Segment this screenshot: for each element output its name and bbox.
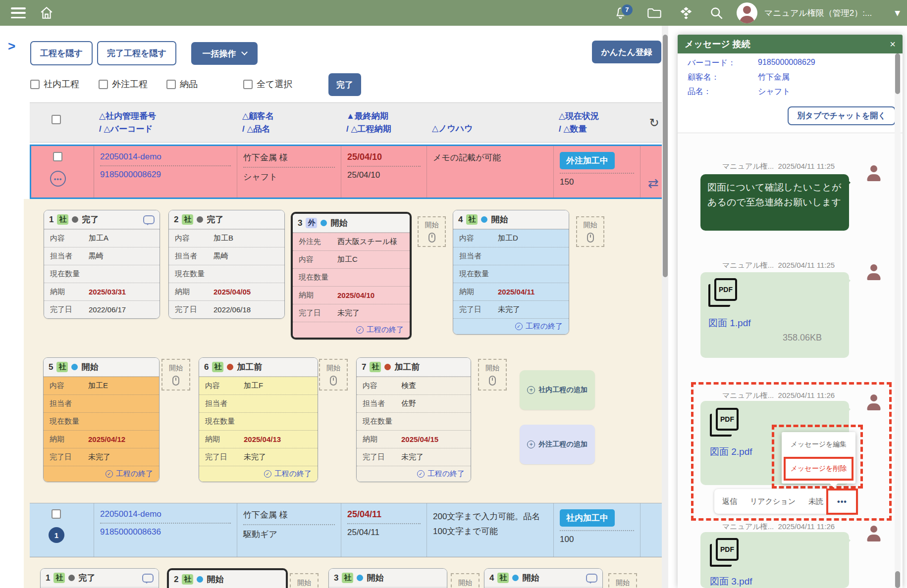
filter-external-checkbox[interactable] — [99, 80, 108, 89]
card-number: 5 — [49, 362, 53, 372]
process-card-b4[interactable]: 4社開始 — [484, 568, 603, 588]
field-value: 黒崎 — [213, 251, 228, 261]
process-card-7[interactable]: 7社加工前 内容検査 担当者佐野 現在数量 納期2025/04/15 完了日未完… — [356, 357, 471, 482]
end-process-link[interactable]: ✓工程の終了 — [357, 466, 471, 482]
open-chat-tab-button[interactable]: 別タブでチャットを開く — [788, 106, 896, 125]
select-all-checkbox[interactable] — [243, 80, 253, 89]
action-more-button[interactable]: ••• — [826, 489, 858, 515]
notification-count-badge[interactable]: 7 — [621, 3, 634, 16]
process-card-2[interactable]: 2社完了 内容加工B 担当者黒崎 現在数量 納期2025/04/05 完了日20… — [168, 210, 285, 319]
start-process-button[interactable]: 開始 — [576, 216, 604, 247]
panel-scrollbar[interactable] — [895, 53, 901, 588]
due-value: 2025/04/10 — [337, 291, 374, 299]
row2-checkbox[interactable] — [52, 509, 61, 519]
close-icon[interactable]: × — [890, 39, 896, 50]
process-card-6[interactable]: 6社加工前 内容加工F 担当者 現在数量 納期2025/04/13 完了日未完了… — [199, 357, 318, 482]
header-customer[interactable]: △顧客名/ △品名 — [237, 103, 341, 142]
barcode-value[interactable]: 9185000008629 — [758, 58, 815, 68]
card-type-badge: 社 — [370, 362, 381, 372]
row1-item: シャフト — [243, 171, 335, 183]
start-process-button[interactable]: 開始 — [418, 216, 446, 247]
field-label: 完了日 — [205, 452, 244, 462]
start-process-button[interactable]: 開始 — [608, 573, 637, 588]
card-chat-icon[interactable] — [143, 215, 155, 224]
refresh-icon[interactable]: ↻ — [649, 116, 659, 130]
start-process-button[interactable]: 開始 — [319, 359, 348, 391]
main-scrollbar[interactable] — [662, 26, 668, 588]
process-card-b2-selected[interactable]: 2社開始 — [167, 568, 288, 588]
menu-edit-message[interactable]: メッセージを編集 — [782, 432, 855, 457]
header-note[interactable]: △ノウハウ — [427, 103, 554, 142]
action-reaction[interactable]: リアクション — [750, 497, 796, 506]
filter-select-all[interactable]: 全て選択 — [243, 78, 292, 90]
process-card-5[interactable]: 5社開始 内容加工E 担当者 現在数量 納期2025/04/12 完了日未完了 … — [43, 357, 160, 482]
order-row-2[interactable]: 1 22050014-demo 9185000008636 竹下金属 様 駆動ギ… — [30, 503, 668, 557]
row1-id-link[interactable]: 22050014-demo — [100, 152, 231, 162]
bulk-action-button[interactable]: 一括操作 — [191, 42, 258, 65]
search-icon[interactable] — [709, 6, 724, 20]
header-id[interactable]: △社内管理番号/ △バーコード — [94, 103, 237, 142]
order-row-1[interactable]: ••• 22050014-demo 9185000008629 竹下金属 様 シ… — [30, 145, 668, 199]
hide-completed-button[interactable]: 完了工程を隠す — [97, 41, 176, 65]
process-card-3-selected[interactable]: 3外開始 外注先西大阪スチール様 内容加工C 現在数量 納期2025/04/10… — [291, 212, 412, 340]
easy-register-button[interactable]: かんたん登録 — [592, 41, 661, 63]
complete-button[interactable]: 完了 — [328, 73, 361, 96]
process-card-b3[interactable]: 3社開始 — [328, 568, 447, 588]
row2-barcode-link[interactable]: 9185000008636 — [100, 527, 231, 537]
hide-process-button[interactable]: 工程を隠す — [30, 41, 93, 65]
row2-id-link[interactable]: 22050014-demo — [100, 509, 231, 519]
process-card-1[interactable]: 1社完了 内容加工A 担当者黒崎 現在数量 納期2025/03/31 完了日20… — [44, 210, 160, 319]
row1-chat-icon[interactable]: ••• — [50, 171, 66, 187]
start-process-button[interactable]: 開始 — [451, 573, 480, 588]
home-icon[interactable] — [40, 6, 53, 20]
end-process-link[interactable]: ✓工程の終了 — [293, 322, 410, 338]
end-process-link[interactable]: ✓工程の終了 — [453, 318, 569, 334]
panel-scrollbar-thumb[interactable] — [895, 53, 900, 94]
file-link[interactable]: 図面 3.pdf — [710, 575, 752, 588]
menu-delete-message[interactable]: メッセージを削除 — [784, 457, 854, 481]
header-due[interactable]: ▲最終納期/ △工程納期 — [341, 103, 427, 142]
card-chat-icon[interactable] — [586, 574, 597, 583]
field-label: 現在数量 — [50, 417, 88, 426]
filter-internal[interactable]: 社内工程 — [30, 78, 79, 90]
start-process-button[interactable]: 開始 — [290, 573, 319, 588]
process-card-4[interactable]: 4社開始 内容加工D 担当者 現在数量 納期2025/04/11 完了日未完了 … — [453, 210, 569, 335]
filter-delivery[interactable]: 納品 — [166, 78, 198, 90]
filter-external[interactable]: 外注工程 — [99, 78, 148, 90]
header-status[interactable]: △現在状況/ △数量 — [554, 103, 640, 142]
filter-delivery-checkbox[interactable] — [166, 80, 176, 89]
start-process-button[interactable]: 開始 — [478, 359, 507, 391]
chat-message-text[interactable]: 図面について確認したいことがあるので至急連絡お願いします — [700, 174, 849, 231]
chat-scrollbar-thumb[interactable] — [895, 571, 900, 588]
action-unread[interactable]: 未読 — [808, 497, 823, 506]
menu-icon[interactable] — [11, 7, 26, 18]
file-link[interactable]: 図面 1.pdf — [708, 317, 751, 330]
row1-swap-icon[interactable]: ⇄ — [648, 176, 659, 191]
row1-barcode-link[interactable]: 9185000008629 — [100, 170, 231, 180]
add-internal-process-button[interactable]: +社内工程の追加 — [520, 370, 595, 410]
folder-icon[interactable] — [647, 6, 662, 19]
status-dot — [197, 576, 203, 583]
main-scrollbar-thumb[interactable] — [663, 35, 668, 277]
bubble-tail — [846, 178, 855, 187]
user-avatar[interactable] — [737, 2, 757, 23]
field-label: 現在数量 — [459, 269, 498, 279]
user-menu-caret-icon[interactable]: ▼ — [895, 9, 900, 17]
card-chat-icon[interactable] — [142, 574, 154, 583]
due-value: 2025/04/15 — [401, 435, 438, 443]
add-external-process-button[interactable]: +外注工程の追加 — [520, 425, 595, 464]
status-dot — [71, 364, 78, 370]
action-reply[interactable]: 返信 — [722, 497, 737, 506]
row1-checkbox[interactable] — [53, 152, 62, 161]
notifications-bell-icon[interactable]: 7 — [614, 6, 627, 20]
process-card-b1[interactable]: 1社完了 — [40, 568, 159, 588]
header-select-checkbox[interactable] — [52, 115, 61, 124]
start-process-button[interactable]: 開始 — [161, 359, 190, 391]
dropbox-icon[interactable] — [679, 6, 694, 20]
end-process-link[interactable]: ✓工程の終了 — [199, 466, 318, 482]
row2-count-badge[interactable]: 1 — [49, 527, 64, 543]
end-process-link[interactable]: ✓工程の終了 — [44, 466, 159, 482]
collapse-chevron-icon[interactable]: > — [8, 39, 15, 54]
filter-internal-checkbox[interactable] — [30, 80, 40, 89]
mouse-icon — [587, 233, 594, 243]
